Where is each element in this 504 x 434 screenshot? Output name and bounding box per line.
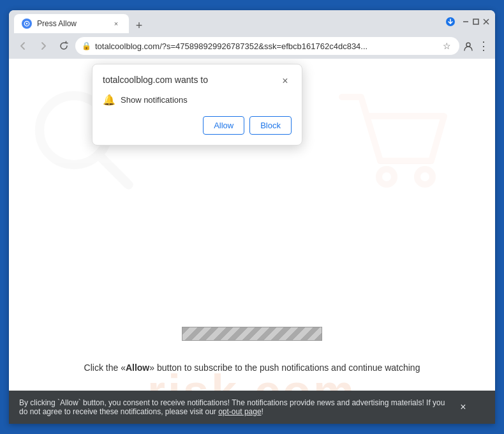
svg-point-11 (417, 169, 433, 184)
title-right (444, 15, 457, 28)
browser-window: Press Allow × + (9, 10, 495, 424)
tab-close-button[interactable]: × (111, 19, 121, 29)
tab-title: Press Allow (37, 19, 106, 28)
bottom-consent-bar: By clicking `Allow` button, you consent … (9, 391, 495, 424)
svg-rect-4 (473, 19, 478, 24)
maximize-button[interactable] (472, 18, 480, 26)
bell-icon: 🔔 (103, 94, 115, 106)
popup-notification-text: Show notifications (121, 95, 188, 105)
download-icon (444, 15, 457, 28)
allow-button[interactable]: Allow (203, 116, 244, 135)
new-tab-button[interactable]: + (131, 18, 147, 33)
title-bar: Press Allow × + (9, 10, 495, 33)
svg-point-10 (379, 169, 394, 184)
lock-icon: 🔒 (82, 41, 91, 50)
block-button[interactable]: Block (249, 116, 292, 135)
tab-area: Press Allow × + (14, 10, 444, 33)
notification-popup: totalcoolblog.com wants to × 🔔 Show noti… (92, 64, 302, 146)
popup-buttons: Allow Block (103, 116, 292, 135)
refresh-button[interactable] (55, 37, 73, 55)
address-bar[interactable]: 🔒 totalcoolblog.com/?s=47589892992678735… (75, 37, 459, 55)
opt-out-link[interactable]: opt-out page (218, 407, 261, 416)
popup-header: totalcoolblog.com wants to × (103, 75, 292, 87)
minimize-button[interactable] (462, 18, 470, 26)
back-button[interactable] (14, 37, 32, 55)
svg-line-9 (100, 156, 129, 185)
active-tab[interactable]: Press Allow × (14, 14, 129, 33)
window-controls (462, 18, 490, 26)
bookmark-icon[interactable]: ☆ (440, 40, 453, 52)
loading-area (182, 327, 322, 341)
url-text: totalcoolblog.com/?s=475898929926787352&… (95, 41, 436, 51)
navigation-bar: 🔒 totalcoolblog.com/?s=47589892992678735… (9, 33, 495, 59)
loading-bar (182, 327, 322, 341)
svg-point-1 (26, 23, 28, 25)
popup-notification-row: 🔔 Show notifications (103, 94, 292, 106)
close-button[interactable] (482, 18, 490, 26)
bottom-consent-text: By clicking `Allow` button, you consent … (19, 398, 449, 416)
bottom-bar-close-button[interactable]: × (457, 401, 470, 414)
popup-title: totalcoolblog.com wants to (103, 75, 208, 85)
forward-button[interactable] (34, 37, 52, 55)
menu-button[interactable]: ⋮ (477, 40, 490, 52)
page-content: totalcoolblog.com wants to × 🔔 Show noti… (9, 59, 495, 424)
svg-point-7 (466, 43, 470, 47)
tab-favicon (22, 19, 32, 29)
popup-close-button[interactable]: × (279, 75, 292, 87)
profile-icon[interactable] (462, 40, 475, 52)
